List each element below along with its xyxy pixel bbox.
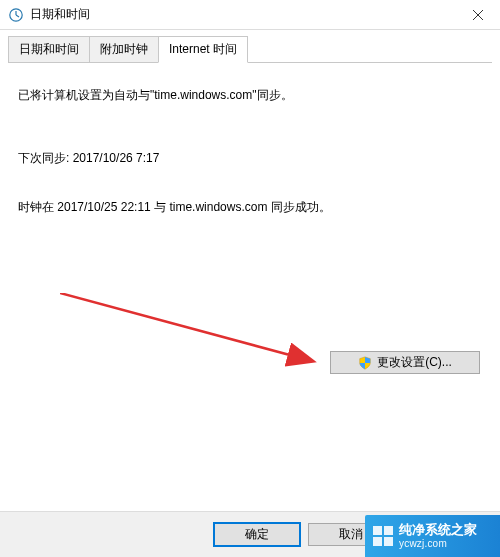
tab-content-internet-time: 已将计算机设置为自动与"time.windows.com"同步。 下次同步: 2… [0, 63, 500, 503]
watermark-logo-icon [373, 526, 393, 546]
change-settings-label: 更改设置(C)... [377, 354, 452, 371]
window-title: 日期和时间 [30, 6, 455, 23]
clock-icon [8, 7, 24, 23]
uac-shield-icon [358, 356, 372, 370]
titlebar: 日期和时间 [0, 0, 500, 30]
close-button[interactable] [455, 0, 500, 30]
watermark-name: 纯净系统之家 [399, 522, 477, 538]
tab-date-time[interactable]: 日期和时间 [8, 36, 90, 63]
ok-button[interactable]: 确定 [214, 523, 300, 546]
next-sync-text: 下次同步: 2017/10/26 7:17 [18, 150, 484, 167]
last-sync-text: 时钟在 2017/10/25 22:11 与 time.windows.com … [18, 199, 484, 216]
annotation-arrow [60, 293, 340, 403]
close-icon [473, 10, 483, 20]
svg-line-5 [60, 293, 312, 361]
watermark: 纯净系统之家 ycwzj.com [365, 515, 500, 557]
tab-additional-clocks[interactable]: 附加时钟 [89, 36, 159, 63]
sync-configured-text: 已将计算机设置为自动与"time.windows.com"同步。 [18, 87, 484, 104]
tabstrip: 日期和时间 附加时钟 Internet 时间 [0, 30, 500, 63]
watermark-url: ycwzj.com [399, 538, 477, 550]
tab-internet-time[interactable]: Internet 时间 [158, 36, 248, 63]
change-settings-button[interactable]: 更改设置(C)... [330, 351, 480, 374]
